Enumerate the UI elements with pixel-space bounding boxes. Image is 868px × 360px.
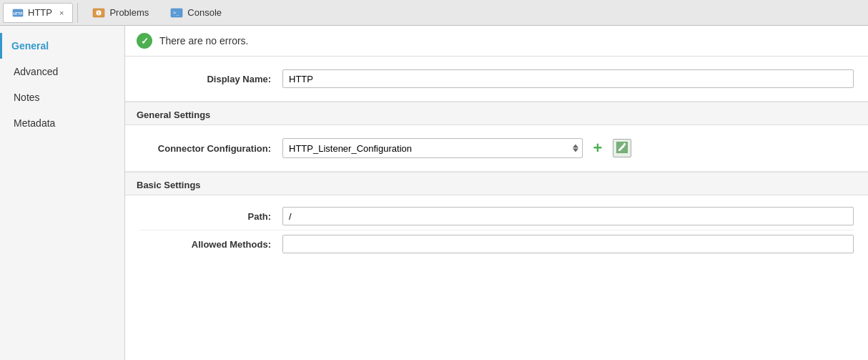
display-name-input[interactable] — [282, 69, 854, 88]
connector-section: Connector Configuration: HTTP_Listener_C… — [125, 125, 868, 172]
path-label: Path: — [139, 211, 282, 222]
tab-separator — [77, 3, 78, 23]
http-tab-icon: HTTP — [12, 7, 24, 19]
display-name-section: Display Name: — [125, 57, 868, 102]
edit-config-button[interactable] — [613, 139, 631, 157]
basic-settings-header: Basic Settings — [125, 172, 868, 195]
sidebar-item-general[interactable]: General — [0, 33, 124, 59]
general-settings-header: General Settings — [125, 102, 868, 125]
sidebar-item-metadata[interactable]: Metadata — [0, 110, 124, 136]
path-input[interactable] — [282, 207, 854, 225]
problems-tab[interactable]: ! Problems — [82, 3, 159, 23]
problems-icon: ! — [92, 6, 105, 19]
svg-text:!: ! — [98, 11, 99, 16]
status-ok-icon — [137, 33, 152, 49]
connector-select-wrapper: HTTP_Listener_Configuration — [282, 138, 583, 158]
http-tab-label: HTTP — [28, 7, 52, 18]
sidebar-item-notes[interactable]: Notes — [0, 84, 124, 110]
svg-text:HTTP: HTTP — [13, 11, 23, 16]
display-name-label: Display Name: — [139, 74, 282, 84]
sidebar-item-advanced[interactable]: Advanced — [0, 59, 124, 84]
plus-icon: + — [593, 140, 603, 156]
console-tab-label: Console — [187, 7, 222, 18]
allowed-methods-label: Allowed Methods: — [139, 239, 282, 250]
add-config-button[interactable]: + — [588, 139, 607, 157]
svg-text:>_: >_ — [173, 10, 179, 16]
basic-settings-section: Path: Allowed Methods: — [125, 195, 868, 265]
main-layout: General Advanced Notes Metadata There ar… — [0, 26, 868, 360]
path-row: Path: — [139, 203, 854, 230]
allowed-methods-row: Allowed Methods: — [139, 230, 854, 258]
http-tab-close[interactable]: × — [59, 9, 64, 17]
tab-bar: HTTP HTTP × ! Problems >_ Console — [0, 0, 868, 26]
edit-icon — [616, 142, 628, 155]
http-tab[interactable]: HTTP HTTP × — [3, 3, 73, 23]
connector-controls: HTTP_Listener_Configuration + — [282, 138, 631, 158]
allowed-methods-input[interactable] — [282, 235, 854, 253]
connector-row: Connector Configuration: HTTP_Listener_C… — [139, 132, 854, 164]
sidebar: General Advanced Notes Metadata — [0, 26, 125, 360]
status-bar: There are no errors. — [125, 26, 868, 57]
problems-tab-label: Problems — [109, 7, 149, 18]
connector-select[interactable]: HTTP_Listener_Configuration — [282, 138, 583, 158]
display-name-row: Display Name: — [139, 65, 854, 92]
console-tab[interactable]: >_ Console — [160, 3, 232, 23]
status-message: There are no errors. — [159, 35, 249, 47]
console-icon: >_ — [170, 6, 183, 19]
connector-label: Connector Configuration: — [139, 143, 282, 154]
content-area: There are no errors. Display Name: Gener… — [125, 26, 868, 360]
